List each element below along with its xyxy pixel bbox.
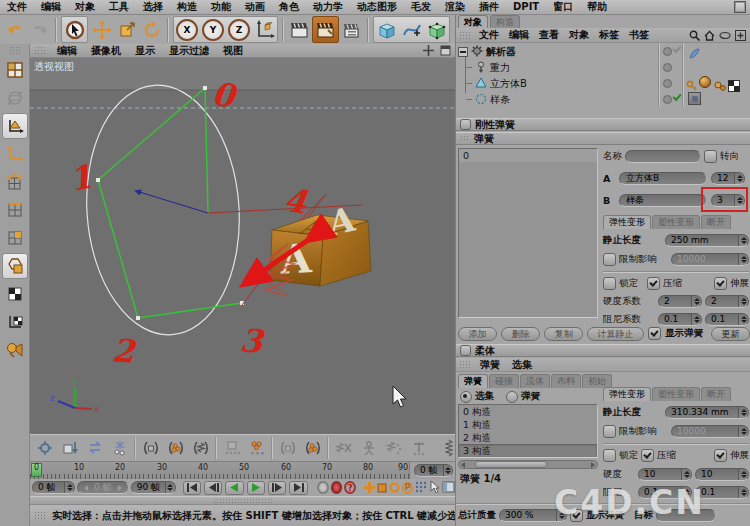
- undo-icon[interactable]: [2, 17, 27, 42]
- sb-tab-springs[interactable]: 弹簧: [458, 374, 488, 388]
- visibility-dots[interactable]: [663, 47, 672, 56]
- record-scale-icon[interactable]: [377, 478, 387, 497]
- menu-render[interactable]: 渲染: [438, 0, 472, 14]
- menu-plugins[interactable]: 插件: [472, 0, 506, 14]
- name-field[interactable]: [625, 150, 701, 163]
- calc-rest-button[interactable]: 计算静止: [587, 327, 644, 341]
- menu-hair[interactable]: 毛发: [404, 0, 438, 14]
- soft-body-list-scrollbar[interactable]: [458, 460, 598, 469]
- home-icon[interactable]: [704, 26, 715, 45]
- sb-lock-checkbox[interactable]: [603, 449, 616, 462]
- rotate-tool-icon[interactable]: [139, 17, 164, 42]
- sb-tab-elastic[interactable]: 弹性变形: [603, 387, 651, 401]
- current-frame-stepper[interactable]: 0 帧: [32, 481, 75, 494]
- sb-stiffness-1-stepper[interactable]: 10: [638, 468, 692, 481]
- sb-list-item-1[interactable]: 1 构造: [459, 418, 597, 431]
- visibility-dots[interactable]: [663, 79, 672, 88]
- sb-tab-cloth[interactable]: 布料: [551, 374, 581, 388]
- goto-start-icon[interactable]: [183, 481, 201, 495]
- enable-check-icon[interactable]: [672, 92, 681, 101]
- tab-objects[interactable]: 对象: [458, 15, 488, 29]
- timeline-ruler[interactable]: 0 10 20 30 40 50 60 70 80 90: [30, 462, 410, 480]
- tree-label-spline[interactable]: 样条: [490, 93, 510, 107]
- menu-window[interactable]: 窗口: [546, 0, 580, 14]
- rigid-spring-header[interactable]: 刚性弹簧: [456, 118, 750, 131]
- world-coords-icon[interactable]: [2, 85, 28, 111]
- sb-list-item-2[interactable]: 2 构造: [459, 431, 597, 444]
- tree-row-spline[interactable]: 样条: [466, 92, 658, 107]
- viewport-label[interactable]: 透视视图: [34, 60, 74, 74]
- damping-2-stepper[interactable]: 0.1: [705, 313, 749, 326]
- goto-end-icon[interactable]: [289, 481, 307, 495]
- menu-tools[interactable]: 工具: [102, 0, 136, 14]
- limit-stepper[interactable]: 10000: [671, 253, 749, 266]
- xpresso-tag-icon[interactable]: [688, 45, 700, 64]
- rigid-spring-list-item[interactable]: 0: [459, 149, 597, 162]
- tab-structure[interactable]: 构造: [490, 15, 520, 29]
- menu-dpit[interactable]: DPIT: [506, 0, 546, 14]
- soft-body-enable-checkbox[interactable]: [460, 345, 471, 356]
- expand-icon[interactable]: [458, 47, 468, 57]
- spring-grip[interactable]: [460, 135, 470, 142]
- delete-button[interactable]: 删除: [501, 327, 540, 341]
- om-menu-edit[interactable]: 编辑: [504, 28, 534, 42]
- timeline-end-stepper[interactable]: 0 帧: [414, 464, 453, 477]
- make-editable-icon[interactable]: [2, 57, 28, 83]
- eye-icon[interactable]: [719, 26, 731, 45]
- redo-icon[interactable]: [27, 17, 52, 42]
- tree-label-gravity[interactable]: 重力: [490, 61, 510, 75]
- lock-y-icon[interactable]: Y: [202, 19, 224, 41]
- status-handle[interactable]: [30, 496, 455, 504]
- group-balls-icon[interactable]: [300, 437, 325, 460]
- steer-checkbox[interactable]: [704, 150, 717, 163]
- end-frame-stepper[interactable]: 90 帧: [131, 481, 176, 494]
- play-icon[interactable]: [247, 481, 265, 495]
- sb-list-item-3[interactable]: 3 构造: [459, 444, 597, 457]
- lock-z-icon[interactable]: Z: [228, 19, 250, 41]
- compress-checkbox[interactable]: [647, 277, 660, 290]
- sb-tab-fluid[interactable]: 流体: [520, 374, 550, 388]
- tree-row-gravity[interactable]: 重力: [466, 60, 658, 75]
- tab-break[interactable]: 断开: [701, 215, 731, 229]
- add-cube-icon[interactable]: [374, 17, 399, 42]
- menu-objects[interactable]: 对象: [68, 0, 102, 14]
- sb-tab-initial[interactable]: 初始: [582, 374, 612, 388]
- particles-icon[interactable]: [107, 437, 132, 460]
- om-grip[interactable]: [459, 31, 471, 40]
- frame-slider[interactable]: 0 帧: [77, 481, 129, 494]
- show-springs-checkbox[interactable]: [648, 327, 661, 340]
- tab-plastic-deform[interactable]: 塑性变形: [652, 215, 700, 229]
- spring-group-icon[interactable]: [188, 437, 213, 460]
- vp-menu-display[interactable]: 显示: [128, 44, 162, 58]
- sb-menu-selections[interactable]: 选集: [506, 358, 538, 372]
- tree-row-solver[interactable]: 解析器: [458, 44, 658, 59]
- sidebar-grip[interactable]: [9, 46, 21, 55]
- sb-stiffness-2-stepper[interactable]: 10: [695, 468, 749, 481]
- menu-structure[interactable]: 构造: [170, 0, 204, 14]
- texture-axis-icon[interactable]: [2, 281, 28, 307]
- texture-mode-icon[interactable]: [2, 253, 28, 279]
- add-hypernurbs-icon[interactable]: [424, 17, 449, 42]
- scrollbar-thumb[interactable]: [475, 461, 547, 468]
- edges-mode-icon[interactable]: [2, 197, 28, 223]
- object-a-index-stepper[interactable]: 12: [711, 172, 745, 185]
- phong-tag-icon[interactable]: [714, 77, 726, 96]
- om-menu-file[interactable]: 文件: [474, 28, 504, 42]
- render-picture-viewer-icon[interactable]: [313, 17, 338, 42]
- sb-menu-springs[interactable]: 弹簧: [474, 358, 506, 372]
- sb-stretch-checkbox[interactable]: [714, 449, 727, 462]
- tab-elastic-deform[interactable]: 弹性变形: [603, 215, 651, 229]
- limit-checkbox[interactable]: [603, 253, 616, 266]
- lock-x-icon[interactable]: X: [176, 19, 198, 41]
- panel-icon[interactable]: [442, 478, 455, 497]
- om-menu-objects[interactable]: 对象: [564, 28, 594, 42]
- ik-mode-icon[interactable]: [2, 337, 28, 363]
- tree-label-cube[interactable]: 立方体B: [490, 77, 527, 91]
- menu-animation[interactable]: 动画: [238, 0, 272, 14]
- viewport[interactable]: A A A 0 1 2 3 4 Y X Z 透视视图: [30, 58, 455, 434]
- tree-label-solver[interactable]: 解析器: [486, 45, 516, 59]
- sb-list-item-0[interactable]: 0 构造: [459, 405, 597, 418]
- menu-dynamics[interactable]: 动力学: [306, 0, 350, 14]
- dynamics-settings-icon[interactable]: [32, 437, 57, 460]
- render-view-icon[interactable]: [287, 17, 312, 42]
